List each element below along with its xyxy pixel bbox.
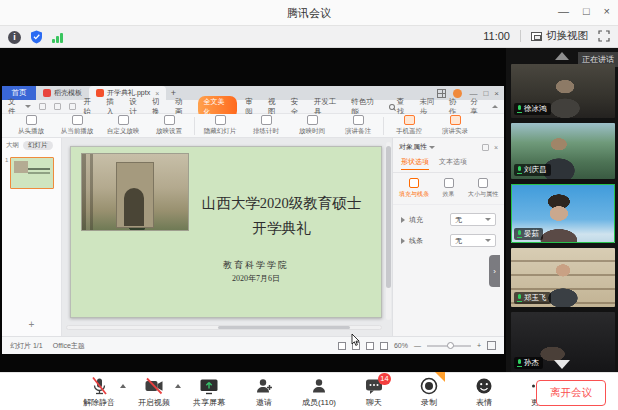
members-button[interactable]: 成员(110)	[296, 376, 342, 408]
chat-button[interactable]: 14 聊天	[351, 376, 397, 408]
search-icon	[389, 104, 395, 110]
slides-tab[interactable]: 幻灯片	[23, 141, 53, 150]
reading-view-icon[interactable]	[366, 342, 374, 350]
slide-number: 1	[5, 157, 8, 189]
slideshow-view-icon[interactable]	[380, 342, 388, 350]
zoom-out-button[interactable]: —	[414, 342, 421, 349]
switch-view-button[interactable]: 切换视图	[531, 29, 588, 43]
participant-name: 孙杰	[524, 358, 539, 368]
vertical-scrollbar[interactable]	[386, 142, 391, 320]
participant-name: 刘庆昌	[524, 165, 547, 175]
normal-view-icon[interactable]	[338, 342, 346, 350]
fill-value: 无	[455, 215, 462, 225]
slide-thumbnail[interactable]	[10, 157, 54, 189]
network-signal-icon	[52, 32, 63, 43]
show-settings-icon	[164, 115, 175, 125]
video-tile[interactable]: 郑玉飞	[511, 248, 615, 307]
invite-label: 邀请	[256, 397, 272, 408]
ribbon-speaker-notes[interactable]: 演讲备注	[337, 115, 379, 136]
collapse-ribbon-icon[interactable]	[492, 105, 498, 108]
camera-off-icon	[144, 376, 164, 396]
ribbon-hide-slide[interactable]: 隐藏幻灯片	[199, 115, 241, 136]
ribbon-phone-remote[interactable]: 手机遥控	[388, 115, 430, 136]
slide-subtitle[interactable]: 教育科学学院	[161, 259, 351, 272]
fill-line-group[interactable]: 填充与线条	[399, 178, 429, 199]
leave-meeting-button[interactable]: 离开会议	[536, 380, 606, 406]
participant-name: 郑玉飞	[524, 293, 547, 303]
ribbon-custom-show[interactable]: 自定义放映	[102, 115, 144, 136]
tab-close-icon[interactable]: ×	[155, 90, 159, 97]
slide-date[interactable]: 2020年7月6日	[161, 273, 351, 284]
members-label: 成员(110)	[302, 397, 336, 408]
video-tile[interactable]: 徐冰鸿	[511, 64, 615, 118]
divider	[194, 117, 195, 135]
shape-options-tab[interactable]: 形状选项	[401, 157, 429, 170]
record-button[interactable]: 录制	[406, 376, 452, 408]
hide-slide-icon	[215, 115, 226, 125]
video-options-caret[interactable]	[175, 384, 181, 388]
size-properties-icon	[478, 178, 488, 188]
fill-select[interactable]: 无	[450, 213, 496, 226]
zoom-slider[interactable]	[427, 345, 471, 347]
minimize-button[interactable]: —	[558, 5, 569, 17]
redo-icon[interactable]	[69, 103, 76, 110]
unmute-button[interactable]: 解除静音	[76, 376, 122, 408]
slide-page[interactable]: 山西大学2020级教育硕士 开学典礼 教育科学学院 2020年7月6日	[70, 146, 382, 318]
panel-title: 对象属性	[399, 142, 427, 152]
start-video-button[interactable]: 开启视频	[131, 376, 177, 408]
wps-docer-tab[interactable]: 稻壳模板	[36, 86, 89, 100]
play-from-start-icon	[26, 115, 37, 125]
expand-arrow-icon[interactable]	[401, 217, 405, 223]
outline-tab[interactable]: 大纲	[6, 141, 19, 150]
expand-arrow-icon[interactable]	[401, 238, 405, 244]
line-select[interactable]: 无	[450, 234, 496, 247]
ribbon-rehearse-timing[interactable]: 排练计时	[245, 115, 287, 136]
chat-label: 聊天	[366, 397, 382, 408]
scroll-down-button[interactable]	[554, 360, 570, 369]
size-properties-group[interactable]: 大小与属性	[468, 178, 498, 199]
horizontal-scrollbar[interactable]	[66, 325, 382, 330]
line-label: 线条	[409, 236, 423, 246]
close-button[interactable]: ×	[604, 5, 610, 17]
meeting-info-icon[interactable]: i	[8, 31, 21, 44]
undo-icon[interactable]	[54, 103, 61, 110]
ribbon-show-time[interactable]: 放映时间	[291, 115, 333, 136]
play-from-current-icon	[72, 115, 83, 125]
panel-close-icon[interactable]: ×	[494, 144, 498, 151]
zoom-level: 60%	[394, 342, 408, 349]
mic-options-caret[interactable]	[120, 384, 126, 388]
add-slide-button[interactable]: +	[2, 319, 61, 330]
participant-name-chip: 郑玉飞	[514, 292, 551, 304]
emoji-button[interactable]: 表情	[461, 376, 507, 408]
chevron-down-icon[interactable]	[429, 146, 435, 149]
maximize-button[interactable]: □	[583, 5, 590, 17]
slide-title[interactable]: 山西大学2020级教育硕士 开学典礼	[186, 191, 377, 240]
video-tile[interactable]: 刘庆昌	[511, 123, 615, 179]
slide-title-line1: 山西大学2020级教育硕士	[186, 191, 377, 216]
meeting-clock: 11:00	[483, 30, 510, 42]
speaker-notes-icon	[353, 115, 364, 125]
video-tile-speaking[interactable]: 晏茹	[511, 184, 615, 243]
share-screen-button[interactable]: 共享屏幕	[186, 376, 232, 408]
fit-screen-icon[interactable]	[487, 341, 496, 350]
share-screen-icon	[199, 376, 219, 396]
ribbon-play-from-current[interactable]: 从当前播放	[56, 115, 98, 136]
line-value: 无	[455, 236, 462, 246]
effects-group[interactable]: 效果	[435, 178, 462, 199]
participant-name: 徐冰鸿	[524, 104, 547, 114]
security-shield-icon[interactable]	[30, 30, 43, 44]
save-icon[interactable]	[39, 103, 46, 110]
participant-name-chip: 徐冰鸿	[514, 103, 551, 115]
zoom-in-button[interactable]: +	[477, 342, 481, 349]
pin-panel-icon[interactable]	[482, 144, 489, 151]
text-options-tab[interactable]: 文本选项	[439, 157, 467, 170]
ribbon-show-settings[interactable]: 放映设置	[148, 115, 190, 136]
zoom-slider-knob[interactable]	[447, 342, 454, 349]
start-video-label: 开启视频	[138, 397, 170, 408]
fullscreen-icon[interactable]	[598, 30, 610, 42]
ribbon-play-from-start[interactable]: 从头播放	[10, 115, 52, 136]
mic-on-icon	[517, 166, 522, 174]
ribbon-speech-record[interactable]: 演讲实录	[434, 115, 476, 136]
invite-button[interactable]: 邀请	[241, 376, 287, 408]
panel-collapse-handle[interactable]: ›	[489, 255, 500, 287]
